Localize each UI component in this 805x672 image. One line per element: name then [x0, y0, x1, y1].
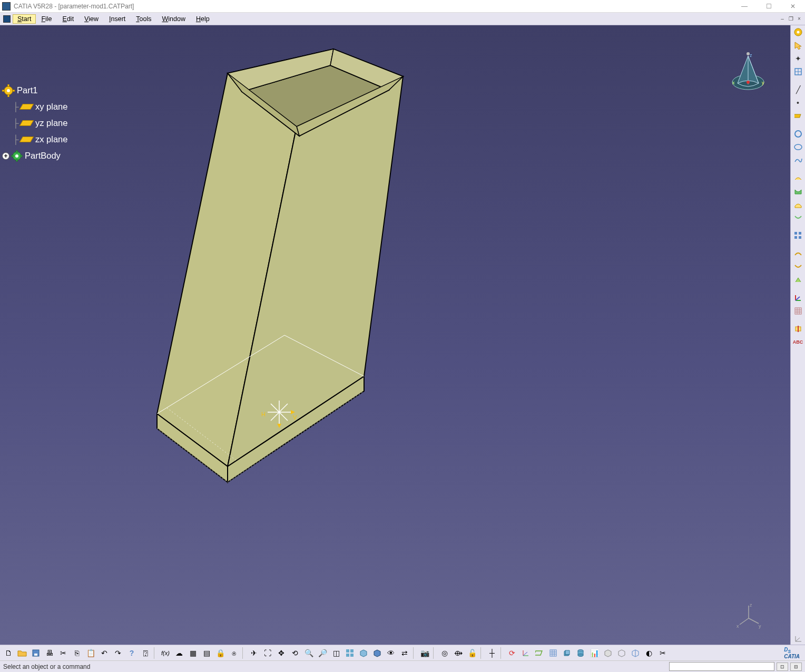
fit-all-icon[interactable]: ⛶ — [261, 647, 274, 659]
menu-tools[interactable]: Tools — [131, 14, 156, 24]
svg-rect-71 — [346, 654, 349, 657]
axis-triad[interactable]: x y z — [735, 602, 762, 631]
tree-partbody-label: PartBody — [25, 151, 61, 161]
expand-icon[interactable]: + — [2, 152, 9, 160]
analysis-icon[interactable]: 📊 — [588, 647, 601, 659]
tree-zx-plane[interactable]: ├ zx plane — [12, 131, 67, 148]
multi-view-icon[interactable] — [343, 647, 356, 659]
maximize-button[interactable]: ☐ — [757, 0, 781, 13]
axis-tool-icon[interactable]: ✦ — [792, 53, 804, 64]
axis-sys-icon[interactable] — [792, 292, 804, 304]
surf2-icon[interactable] — [792, 186, 804, 197]
minimize-button[interactable]: — — [732, 0, 757, 13]
corner-triad-icon[interactable] — [792, 633, 804, 645]
open-icon[interactable] — [16, 647, 28, 659]
pattern-icon[interactable] — [792, 230, 804, 241]
paste-icon[interactable]: 📋 — [84, 647, 97, 659]
law-icon[interactable]: ▤ — [200, 647, 213, 659]
tree-branch-icon: ├ — [12, 135, 20, 144]
update-icon[interactable]: ⟳ — [506, 647, 518, 659]
cut-icon[interactable]: ✂ — [57, 647, 70, 659]
iso-view-icon[interactable] — [357, 647, 370, 659]
print-icon[interactable]: 🖶 — [43, 647, 56, 659]
menu-edit[interactable]: Edit — [57, 14, 80, 24]
grid-tool-icon[interactable] — [792, 305, 804, 317]
render1-icon[interactable] — [602, 647, 614, 659]
menu-insert[interactable]: Insert — [104, 14, 131, 24]
undo-icon[interactable]: ↶ — [98, 647, 111, 659]
menu-help[interactable]: Help — [191, 14, 215, 24]
3d-viewport[interactable]: V H Part1 ├ xy plane ├ — [0, 25, 790, 645]
plane2-icon[interactable] — [533, 647, 546, 659]
axis-bt-icon[interactable]: ┼ — [486, 647, 498, 659]
zoom-in-icon[interactable]: 🔍 — [302, 647, 315, 659]
status-toggle-1[interactable]: ⊡ — [777, 663, 788, 671]
cylinder-icon[interactable] — [574, 647, 587, 659]
menu-start[interactable]: Start — [13, 14, 36, 24]
surf4-icon[interactable] — [792, 212, 804, 223]
select-arrow-icon[interactable] — [792, 40, 804, 51]
normal-view-icon[interactable]: ◫ — [330, 647, 342, 659]
spline-icon[interactable] — [792, 154, 804, 166]
doc-close-button[interactable]: × — [796, 15, 803, 23]
doc-minimize-button[interactable]: – — [779, 15, 786, 23]
lock-icon[interactable]: 🔒 — [214, 647, 227, 659]
material-icon[interactable]: ◐ — [643, 647, 655, 659]
status-toggle-2[interactable]: ⊟ — [790, 663, 802, 671]
close-button[interactable]: ✕ — [781, 0, 805, 13]
tree-yz-plane[interactable]: ├ yz plane — [12, 115, 67, 131]
comment-icon[interactable]: ⍟ — [228, 647, 240, 659]
menu-file[interactable]: File — [36, 14, 57, 24]
render2-icon[interactable] — [615, 647, 628, 659]
center-graph-icon[interactable]: ◎ — [438, 647, 451, 659]
circle-icon[interactable] — [792, 128, 804, 140]
whatsthis-icon[interactable]: ⍰ — [139, 647, 152, 659]
point-icon[interactable]: • — [792, 97, 804, 109]
help-icon[interactable]: ? — [125, 647, 138, 659]
sketch-icon[interactable] — [792, 66, 804, 77]
swap-icon[interactable]: ⇄ — [398, 647, 411, 659]
op1-icon[interactable] — [792, 248, 804, 259]
ellipse-icon[interactable] — [792, 141, 804, 153]
split-icon[interactable] — [792, 323, 804, 335]
wireframe-icon[interactable] — [629, 647, 642, 659]
svg-point-42 — [797, 31, 799, 34]
menu-window[interactable]: Window — [156, 14, 190, 24]
surf3-icon[interactable] — [792, 199, 804, 210]
new-icon[interactable]: 🗋 — [2, 647, 15, 659]
menu-view[interactable]: View — [79, 14, 104, 24]
redo-icon[interactable]: ↷ — [112, 647, 124, 659]
surf1-icon[interactable] — [792, 172, 804, 184]
tree-partbody[interactable]: + PartBody — [2, 148, 67, 164]
knowledge-icon[interactable]: ☁ — [173, 647, 185, 659]
formula-icon[interactable]: f(x) — [159, 647, 172, 659]
lock2-icon[interactable]: 🔓 — [466, 647, 478, 659]
pan-icon[interactable]: ✥ — [275, 647, 288, 659]
specification-tree[interactable]: Part1 ├ xy plane ├ yz plane ├ zx plane + — [2, 82, 67, 164]
clip-icon[interactable]: ✂ — [656, 647, 669, 659]
compass[interactable]: x y z — [727, 52, 769, 94]
rotate-icon[interactable]: ⟲ — [289, 647, 301, 659]
design-table-icon[interactable]: ▦ — [186, 647, 199, 659]
rectangle-icon[interactable] — [792, 110, 804, 122]
cube-icon[interactable] — [561, 647, 573, 659]
op2-icon[interactable] — [792, 261, 804, 272]
doc-restore-button[interactable]: ❐ — [787, 15, 794, 23]
command-input[interactable] — [669, 662, 774, 671]
op3-icon[interactable] — [792, 274, 804, 286]
line-icon[interactable]: ╱ — [792, 84, 804, 95]
copy-icon[interactable]: ⎘ — [71, 647, 83, 659]
hide-show-icon[interactable]: 👁 — [385, 647, 397, 659]
zoom-out-icon[interactable]: 🔎 — [316, 647, 329, 659]
capture-icon[interactable]: 📷 — [418, 647, 431, 659]
reframe-icon[interactable]: ⟴ — [452, 647, 465, 659]
save-icon[interactable] — [30, 647, 42, 659]
tree-root-part[interactable]: Part1 — [2, 82, 67, 99]
tree-xy-plane[interactable]: ├ xy plane — [12, 99, 67, 115]
workbench-icon[interactable] — [792, 26, 804, 38]
axis3-icon[interactable] — [519, 647, 532, 659]
fly-icon[interactable]: ✈ — [248, 647, 260, 659]
shading-icon[interactable] — [371, 647, 384, 659]
grid2-icon[interactable] — [547, 647, 559, 659]
text-abc-icon[interactable]: ABC — [792, 336, 804, 348]
